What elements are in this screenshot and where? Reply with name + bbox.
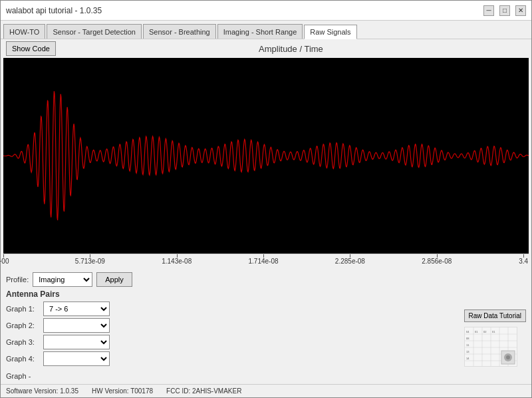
tutorial-area: Raw Data Tutorial bbox=[464, 290, 526, 368]
controls-area: Profile: Imaging Short Range Sensor Wide… bbox=[1, 268, 531, 384]
graph-1-label: Graph 1: bbox=[6, 305, 39, 313]
tab-imaging-short[interactable]: Imaging - Short Range bbox=[217, 24, 303, 39]
svg-text:08: 08 bbox=[466, 337, 469, 340]
status-bar: Software Version: 1.0.35 HW Version: T00… bbox=[1, 384, 531, 397]
x-axis: +00 5.713e-09 1.143e-08 1.714e-08 2.285e… bbox=[3, 254, 529, 268]
graph-4-select[interactable] bbox=[43, 351, 110, 366]
svg-text:02: 02 bbox=[483, 330, 487, 333]
profile-select[interactable]: Imaging Short Range Sensor Wide bbox=[33, 272, 92, 287]
graph-2-row: Graph 2: bbox=[6, 318, 459, 333]
graph-3-label: Graph 3: bbox=[6, 338, 39, 346]
profile-label: Profile: bbox=[6, 276, 29, 284]
chart-area bbox=[3, 58, 529, 254]
graph-3-select[interactable] bbox=[43, 335, 110, 349]
waveform-chart bbox=[3, 58, 529, 254]
tutorial-image: 04 01 02 01 08 11 13 14 bbox=[465, 327, 517, 366]
hw-version: HW Version: T00178 bbox=[92, 387, 153, 395]
chart-title: Amplitude / Time bbox=[56, 44, 526, 54]
svg-text:11: 11 bbox=[466, 343, 469, 347]
fcc-id: FCC ID: 2AHIS-VMAKER bbox=[166, 387, 241, 395]
x-label-1: 5.713e-09 bbox=[75, 258, 105, 265]
svg-text:01: 01 bbox=[492, 330, 495, 333]
raw-data-tutorial-button[interactable]: Raw Data Tutorial bbox=[464, 309, 526, 322]
antenna-section: Antenna Pairs Graph 1: 7 -> 6 Graph 2: bbox=[6, 290, 526, 368]
apply-button[interactable]: Apply bbox=[96, 272, 132, 287]
graph-minus-label: Graph - bbox=[6, 372, 526, 380]
graph-4-row: Graph 4: bbox=[6, 351, 459, 366]
graph-1-select[interactable]: 7 -> 6 bbox=[43, 301, 110, 316]
svg-text:13: 13 bbox=[466, 350, 469, 353]
graph-2-select[interactable] bbox=[43, 318, 110, 333]
tab-bar: HOW-TO Sensor - Target Detection Sensor … bbox=[1, 21, 531, 39]
antenna-left: Antenna Pairs Graph 1: 7 -> 6 Graph 2: bbox=[6, 290, 459, 368]
software-version: Software Version: 1.0.35 bbox=[6, 387, 78, 395]
toolbar: Show Code Amplitude / Time bbox=[1, 39, 531, 58]
x-label-4: 2.285e-08 bbox=[335, 258, 365, 265]
show-code-button[interactable]: Show Code bbox=[6, 41, 56, 56]
window-controls: ─ □ ✕ bbox=[483, 5, 526, 16]
x-label-0: +00 bbox=[0, 258, 9, 265]
graph-4-label: Graph 4: bbox=[6, 355, 39, 363]
graph-2-label: Graph 2: bbox=[6, 321, 39, 329]
tab-how-to[interactable]: HOW-TO bbox=[3, 24, 45, 39]
graph-3-row: Graph 3: bbox=[6, 335, 459, 349]
tab-sensor-breathing[interactable]: Sensor - Breathing bbox=[143, 24, 216, 39]
profile-row: Profile: Imaging Short Range Sensor Wide… bbox=[6, 272, 526, 287]
main-window: walabot api tutorial - 1.0.35 ─ □ ✕ HOW-… bbox=[0, 0, 532, 398]
tutorial-thumbnail: 04 01 02 01 08 11 13 14 bbox=[464, 327, 517, 367]
tab-sensor-target[interactable]: Sensor - Target Detection bbox=[47, 24, 142, 39]
svg-text:04: 04 bbox=[466, 330, 469, 333]
x-label-3: 1.714e-08 bbox=[249, 258, 279, 265]
graph-1-row: Graph 1: 7 -> 6 bbox=[6, 301, 459, 316]
minimize-button[interactable]: ─ bbox=[483, 5, 494, 16]
x-label-2: 1.143e-08 bbox=[162, 258, 192, 265]
window-title: walabot api tutorial - 1.0.35 bbox=[6, 6, 102, 15]
x-label-6: 3.4 bbox=[519, 258, 528, 265]
tab-raw-signals[interactable]: Raw Signals bbox=[304, 25, 356, 39]
close-button[interactable]: ✕ bbox=[515, 5, 526, 16]
antenna-pairs-title: Antenna Pairs bbox=[6, 290, 459, 299]
svg-point-22 bbox=[506, 355, 510, 359]
x-label-5: 2.856e-08 bbox=[422, 258, 452, 265]
svg-text:01: 01 bbox=[475, 330, 478, 333]
title-bar: walabot api tutorial - 1.0.35 ─ □ ✕ bbox=[1, 1, 531, 21]
svg-text:14: 14 bbox=[466, 357, 469, 360]
maximize-button[interactable]: □ bbox=[499, 5, 510, 16]
